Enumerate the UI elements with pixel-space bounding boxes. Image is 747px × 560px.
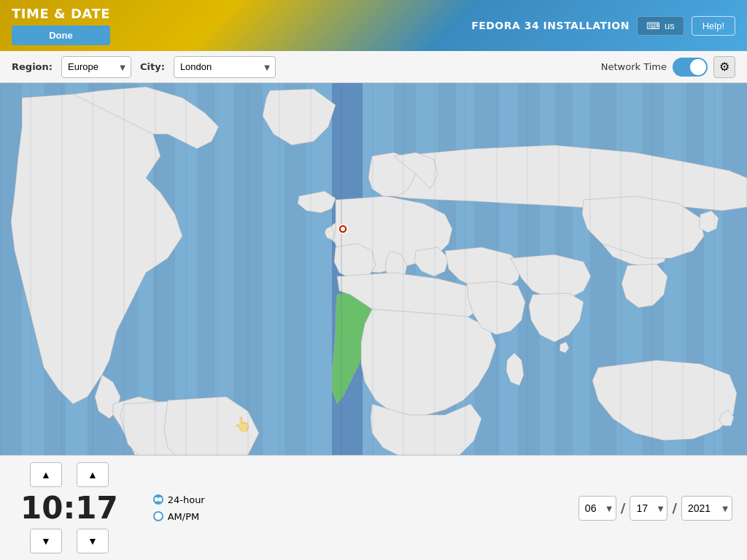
time-spinner: ▲ ▲ 10:17 ▼ ▼ xyxy=(15,462,124,553)
help-button[interactable]: Help! xyxy=(692,16,735,36)
ampm-radio[interactable] xyxy=(153,511,163,521)
svg-text:👆: 👆 xyxy=(233,416,252,433)
date-sep-1: / xyxy=(621,500,626,516)
24hour-radio[interactable] xyxy=(153,494,163,505)
header: TIME & DATE Done FEDORA 34 INSTALLATION … xyxy=(0,0,747,51)
page-title: TIME & DATE xyxy=(12,6,110,21)
map-container[interactable]: 👆 xyxy=(0,83,747,455)
year-select-wrapper: 2020 2021 2022 xyxy=(681,496,732,521)
ampm-option[interactable]: AM/PM xyxy=(153,511,205,522)
format-section: 24-hour AM/PM xyxy=(153,494,205,522)
minutes-up-button[interactable]: ▲ xyxy=(77,462,109,487)
24hour-option[interactable]: 24-hour xyxy=(153,494,205,505)
time-display-row: 10:17 xyxy=(15,490,124,526)
network-time-toggle[interactable] xyxy=(673,58,708,77)
time-colon: : xyxy=(63,490,75,526)
hours-up-button[interactable]: ▲ xyxy=(30,462,62,487)
keyboard-icon: ⌨ xyxy=(646,20,660,31)
day-select-wrapper: 17 18 xyxy=(630,496,667,521)
date-sep-2: / xyxy=(672,500,677,516)
gear-icon: ⚙ xyxy=(719,60,729,74)
ampm-label: AM/PM xyxy=(168,511,200,522)
24hour-label: 24-hour xyxy=(168,494,205,505)
toolbar: Region: Europe Africa America Antarctica… xyxy=(0,51,747,83)
region-select-wrapper: Europe Africa America Antarctica Arctic … xyxy=(61,56,131,78)
network-time-section: Network Time ⚙ xyxy=(601,56,735,78)
gear-button[interactable]: ⚙ xyxy=(713,56,735,78)
keyboard-label: us xyxy=(665,20,675,31)
svg-point-44 xyxy=(341,227,345,231)
time-up-row: ▲ ▲ xyxy=(30,462,109,487)
time-bar: ▲ ▲ 10:17 ▼ ▼ 24-hour AM/PM xyxy=(0,455,747,560)
install-title: FEDORA 34 INSTALLATION xyxy=(471,20,630,31)
year-select[interactable]: 2020 2021 2022 xyxy=(681,496,732,521)
keyboard-button[interactable]: ⌨ us xyxy=(637,16,684,36)
time-display: 10:17 xyxy=(15,490,124,526)
toggle-knob xyxy=(690,59,706,75)
minutes-down-button[interactable]: ▼ xyxy=(77,529,109,553)
city-label: City: xyxy=(140,61,165,72)
header-left: TIME & DATE Done xyxy=(12,6,110,45)
city-select-wrapper: London Dublin Lisbon Amsterdam Berlin Pa… xyxy=(174,56,276,78)
done-button[interactable]: Done xyxy=(12,26,110,45)
header-right: FEDORA 34 INSTALLATION ⌨ us Help! xyxy=(471,16,735,36)
network-time-label: Network Time xyxy=(601,61,667,72)
city-select[interactable]: London Dublin Lisbon Amsterdam Berlin Pa… xyxy=(174,56,276,78)
region-select[interactable]: Europe Africa America Antarctica Arctic … xyxy=(61,56,131,78)
hours-value: 10 xyxy=(20,490,63,526)
date-section: 01 02 03 04 05 06 07 08 09 10 11 12 / 17… xyxy=(578,496,732,521)
minutes-value: 17 xyxy=(75,490,117,526)
svg-rect-5 xyxy=(153,83,175,455)
month-select[interactable]: 01 02 03 04 05 06 07 08 09 10 11 12 xyxy=(578,496,616,521)
world-map[interactable]: 👆 xyxy=(0,83,747,455)
month-select-wrapper: 01 02 03 04 05 06 07 08 09 10 11 12 xyxy=(578,496,616,521)
hours-down-button[interactable]: ▼ xyxy=(30,529,62,553)
time-down-row: ▼ ▼ xyxy=(30,529,109,553)
svg-rect-1 xyxy=(0,83,22,455)
region-label: Region: xyxy=(12,61,53,72)
day-select[interactable]: 17 18 xyxy=(630,496,667,521)
